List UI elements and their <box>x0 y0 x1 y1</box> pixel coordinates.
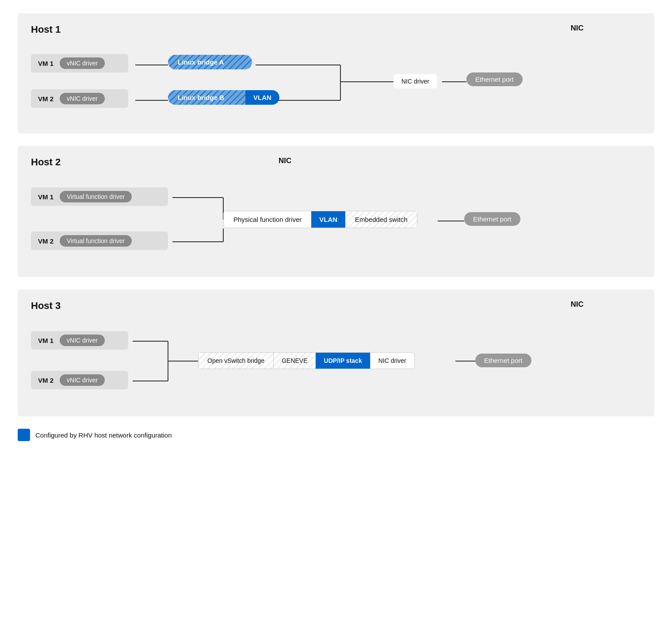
host3-geneve: GENEVE <box>273 353 315 369</box>
host1-vm1-label: VM 1 <box>38 60 53 67</box>
host2-vm2-label: VM 2 <box>38 237 53 245</box>
host2-embedded-switch-label: Embedded switch <box>355 216 407 223</box>
host3-udpip-label: UDP/IP stack <box>316 353 370 369</box>
host2-pfd-group: Physical function driver VLAN Embedded s… <box>223 211 417 228</box>
host2-pfd-label: Physical function driver <box>224 211 311 228</box>
host2-ethernet-port: Ethernet port <box>464 212 520 226</box>
host1-bridge-a: Linux bridge A <box>168 55 252 69</box>
host3-ovs-label: Open vSwitch bridge <box>207 357 264 364</box>
host2-vm2-box: VM 2 Virtual function driver <box>31 232 168 250</box>
legend-swatch <box>18 429 30 441</box>
legend: Configured by RHV host network configura… <box>18 429 654 441</box>
host3-geneve-label: GENEVE <box>282 357 307 364</box>
host3-ovs: Open vSwitch bridge <box>199 353 273 369</box>
host1-title: Host 1 <box>31 24 641 35</box>
host3-nic-label: NIC <box>571 300 584 309</box>
host3-vm2-box: VM 2 vNIC driver <box>31 371 128 389</box>
host1-bridge-b-label: Linux bridge B <box>178 94 224 101</box>
host2-vm1-label: VM 1 <box>38 193 53 201</box>
host3-ethernet-port: Ethernet port <box>475 354 531 367</box>
host2-vm1-box: VM 1 Virtual function driver <box>31 187 168 206</box>
host1-bridge-b-group: Linux bridge B VLAN <box>168 90 279 105</box>
host3-vm2-label: VM 2 <box>38 377 53 384</box>
host2-vm2-driver: Virtual function driver <box>60 235 132 247</box>
host2-title: Host 2 <box>31 156 641 168</box>
host3-vm1-driver: vNIC driver <box>60 335 105 346</box>
host3-nic-driver-label: NIC driver <box>370 353 414 369</box>
host3-vm2-driver: vNIC driver <box>60 374 105 386</box>
legend-text: Configured by RHV host network configura… <box>35 431 172 439</box>
host1-section: Host 1 NIC VM 1 <box>18 13 654 133</box>
host2-nic-label: NIC <box>279 156 291 165</box>
host1-vm2-driver: vNIC driver <box>60 93 105 104</box>
host1-ethernet-port: Ethernet port <box>466 72 523 86</box>
host3-vm1-box: VM 1 vNIC driver <box>31 331 128 350</box>
host2-vlan-label: VLAN <box>311 211 345 228</box>
host1-nic-label: NIC <box>571 24 584 33</box>
host1-vm2-box: VM 2 vNIC driver <box>31 89 128 108</box>
host2-vm1-driver: Virtual function driver <box>60 191 132 202</box>
host1-vlan-label: VLAN <box>245 90 279 105</box>
host3-vm1-label: VM 1 <box>38 337 53 344</box>
host3-section: Host 3 NIC VM 1 vNIC driver VM 2 vNIC dr… <box>18 289 654 416</box>
host3-network-group: Open vSwitch bridge GENEVE UDP/IP stack <box>198 352 415 369</box>
host3-title: Host 3 <box>31 300 641 312</box>
host1-vm2-label: VM 2 <box>38 95 53 103</box>
host1-vm1-driver: vNIC driver <box>60 57 105 69</box>
host2-section: Host 2 NIC VM 1 Virtual function driver … <box>18 146 654 277</box>
host1-vm1-box: VM 1 vNIC driver <box>31 54 128 72</box>
host1-nic-driver: NIC driver <box>393 74 437 88</box>
host1-bridge-a-label: Linux bridge A <box>178 58 224 66</box>
host2-embedded-switch: Embedded switch <box>345 211 417 228</box>
